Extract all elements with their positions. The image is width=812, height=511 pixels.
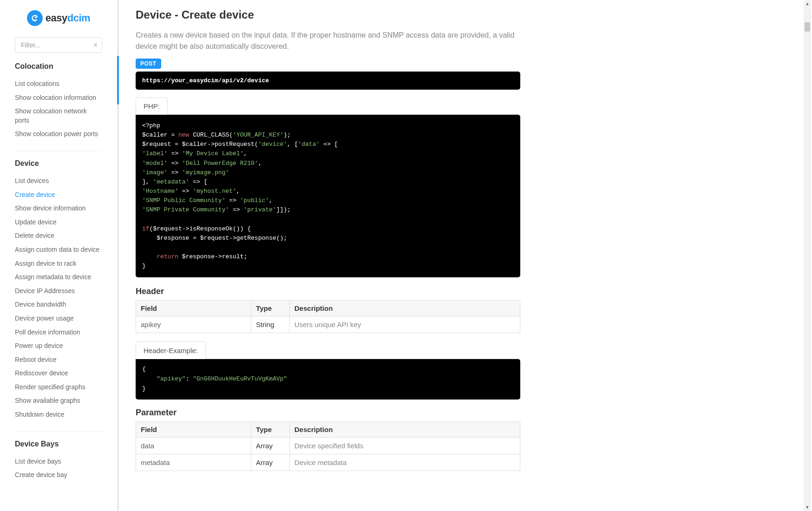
nav-item[interactable]: Delete device [15,229,102,243]
nav-divider [15,151,102,151]
nav-item[interactable]: Assign metadata to device [15,270,102,284]
nav-item[interactable]: Rediscover device [15,367,102,380]
th-field: Field [136,421,251,437]
cell-field: apikey [136,316,251,333]
header-table: Field Type Description apikeyStringUsers… [136,300,520,333]
nav-item[interactable]: Create device bay [15,468,102,482]
nav-item[interactable]: Device bandwidth [15,298,102,312]
table-row: metadataArrayDevice metadata [136,454,520,471]
th-field: Field [136,301,251,316]
tab-spacer [167,97,520,115]
nav-item[interactable]: List device bays [15,455,102,469]
header-section-title: Header [136,287,520,296]
th-desc: Description [289,421,520,437]
nav-item[interactable]: Render specified graphs [15,380,102,394]
nav-item[interactable]: Device IP Addresses [15,284,102,298]
nav-divider [15,431,102,432]
nav-item[interactable]: Show colocation information [15,91,102,105]
cell-type: Array [251,454,290,471]
nav-item[interactable]: Update device [15,216,102,229]
sidebar: easydcim × ColocationList colocationsSho… [0,0,117,511]
cell-type: Array [251,437,290,454]
cell-desc: Users unique API key [289,316,520,333]
nav-heading[interactable]: Device Bays [15,440,102,448]
filter-input[interactable] [15,37,102,53]
table-row: dataArrayDevice specified fields [136,437,520,454]
nav-item[interactable]: List colocations [15,77,102,91]
header-example-json: { "apikey": "GnG6HDuukHeEuRvTuVgKmAVp" } [136,359,520,399]
nav-item[interactable]: Power up device [15,339,102,353]
nav-heading[interactable]: Device [15,159,102,168]
table-row: apikeyStringUsers unique API key [136,316,520,333]
cell-desc: Device metadata [289,454,520,471]
nav-item[interactable]: Poll device information [15,326,102,340]
th-type: Type [251,301,290,316]
nav-item[interactable]: Assign custom data to device [15,243,102,257]
parameter-table: Field Type Description dataArrayDevice s… [136,421,520,471]
nav-item[interactable]: Show device information [15,202,102,216]
nav-item[interactable]: Show available graphs [15,394,102,408]
page-title: Device - Create device [136,8,520,21]
nav-heading[interactable]: Colocation [15,62,102,71]
cell-type: String [251,316,290,333]
th-desc: Description [289,301,520,316]
clear-icon[interactable]: × [93,41,98,49]
code-example: <?php $caller = new CURL_CLASS('YOUR_API… [136,115,520,277]
page-scrollbar[interactable]: ▲ ▼ [804,0,811,511]
nav-item[interactable]: Show colocation network ports [15,105,102,127]
endpoint-url: https://your_easydcim/api/v2/device [136,72,520,90]
th-type: Type [251,421,290,437]
cell-desc: Device specified fields [289,437,520,454]
logo-icon [27,10,43,26]
code-tab-php[interactable]: PHP: [136,97,168,115]
scroll-up-icon[interactable]: ▲ [804,0,811,7]
logo-text: easydcim [46,12,90,24]
right-gutter: ▲ ▼ [637,0,812,511]
scroll-down-icon[interactable]: ▼ [804,504,811,511]
nav-item[interactable]: List devices [15,174,102,188]
nav-item[interactable]: Reboot device [15,353,102,367]
sidebar-scrollbar[interactable] [117,0,119,511]
page-description: Creates a new device based on the input … [136,30,520,52]
nav-item[interactable]: Shutdown device [15,408,102,422]
header-example-tab[interactable]: Header-Example: [136,341,206,359]
sidebar-scroll-thumb[interactable] [117,56,119,105]
cell-field: data [136,437,251,454]
main-content: Device - Create device Creates a new dev… [119,0,637,511]
nav-item[interactable]: Show colocation power ports [15,127,102,141]
parameter-section-title: Parameter [136,408,520,418]
cell-field: metadata [136,454,251,471]
nav-item[interactable]: Create device [15,188,102,202]
filter-box: × [15,37,102,53]
page-scroll-thumb[interactable] [805,22,810,32]
http-method-badge: POST [136,59,161,69]
nav-item[interactable]: Device power usage [15,312,102,326]
tab-spacer [205,341,520,359]
nav-item[interactable]: Assign device to rack [15,257,102,271]
logo[interactable]: easydcim [15,8,102,28]
